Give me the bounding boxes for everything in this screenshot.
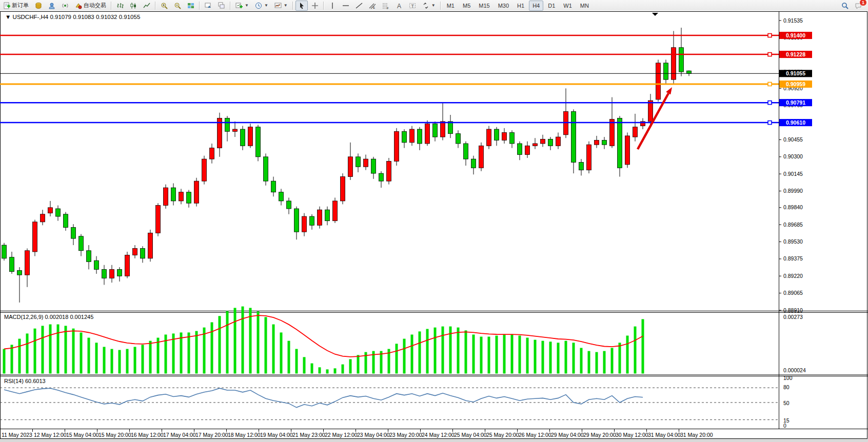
timeframe-m15-button[interactable]: M15 <box>475 1 493 11</box>
candle-body <box>664 63 668 79</box>
candle-body <box>210 148 214 159</box>
candle-body <box>364 159 368 167</box>
zoom-out-button[interactable] <box>171 1 184 11</box>
line-drag-handle[interactable] <box>768 34 772 37</box>
cursor-button[interactable] <box>295 1 308 11</box>
price-tick-label: 0.88910 <box>783 307 803 313</box>
notifications-button[interactable]: 1 <box>852 1 864 11</box>
macd-histogram-bar <box>580 348 583 374</box>
line-drag-handle[interactable] <box>768 82 772 86</box>
time-tick-label: 16 May 12:00 <box>131 432 164 438</box>
macd-histogram-bar <box>149 341 152 374</box>
macd-histogram-bar <box>472 334 475 373</box>
zoom-in-button[interactable] <box>158 1 170 11</box>
candle-body <box>571 112 576 163</box>
candle-body <box>25 251 30 275</box>
candle-body <box>687 71 692 73</box>
candle-body <box>141 248 145 258</box>
macd-histogram-bar <box>65 326 67 373</box>
line-drag-handle[interactable] <box>768 53 772 56</box>
macd-histogram-bar <box>342 365 344 374</box>
trendline-button[interactable] <box>353 1 365 11</box>
candle-body <box>448 122 453 134</box>
price-tick-label: 0.89530 <box>783 238 803 245</box>
equidistant-channel-button[interactable]: E <box>366 1 379 11</box>
candle-body <box>556 137 561 146</box>
timeframe-m5-button[interactable]: M5 <box>459 1 474 11</box>
templates-button[interactable]: ▼ <box>272 1 290 11</box>
market-watch-button[interactable] <box>46 1 58 11</box>
candle-body <box>510 132 515 144</box>
timeframe-h1-button[interactable]: H1 <box>514 1 528 11</box>
timeframe-m30-button[interactable]: M30 <box>495 1 512 11</box>
candle-body <box>179 192 184 201</box>
macd-histogram-bar <box>126 349 129 374</box>
macd-histogram-bar <box>488 337 490 374</box>
arrows-button[interactable]: ▼ <box>420 1 438 11</box>
macd-histogram-bar <box>242 307 244 374</box>
candle-body <box>148 233 153 258</box>
candle-body <box>625 136 630 165</box>
fibonacci-button[interactable]: F <box>380 1 392 11</box>
tile-windows-button[interactable] <box>185 1 197 11</box>
signals-button[interactable] <box>59 1 71 11</box>
trendline-icon <box>356 2 363 9</box>
candlestick-chart-button[interactable] <box>127 1 140 11</box>
chevron-down-icon: ▼ <box>284 3 288 8</box>
tile-windows-icon <box>187 2 194 9</box>
candle-body <box>595 140 599 145</box>
macd-histogram-bar <box>349 359 352 373</box>
timeframe-mn-button[interactable]: MN <box>577 1 593 11</box>
candle-body <box>241 129 245 146</box>
candle-body <box>33 222 37 252</box>
candle-body <box>110 269 114 278</box>
horizontal-line-icon <box>342 2 349 9</box>
vertical-line-button[interactable] <box>326 1 339 11</box>
macd-histogram-bar <box>611 348 614 374</box>
candle-body <box>79 236 84 251</box>
timeframe-d1-button[interactable]: D1 <box>544 1 559 11</box>
candle-body <box>302 216 307 232</box>
profile-button[interactable] <box>32 1 45 11</box>
search-button[interactable] <box>839 1 851 11</box>
horizontal-line-button[interactable] <box>340 1 352 11</box>
main-toolbar: 新订单自动交易▼▼▼EFAT▼M1M5M15M30H1H4D1W1MN1 <box>0 0 868 11</box>
auto-trading-button[interactable]: 自动交易 <box>72 1 109 11</box>
price-badge-label: 0.91228 <box>786 51 805 57</box>
bar-chart-button[interactable] <box>114 1 126 11</box>
crosshair-button[interactable] <box>309 1 321 11</box>
candle-body <box>71 228 76 239</box>
candle-body <box>487 129 491 146</box>
line-chart-button[interactable] <box>141 1 153 11</box>
cascade-button[interactable] <box>215 1 228 11</box>
macd-histogram-bar <box>426 329 429 374</box>
rsi-axis-label: 100 <box>783 375 793 381</box>
candle-body <box>464 144 468 159</box>
auto-arrange-button[interactable] <box>202 1 214 11</box>
line-drag-handle[interactable] <box>768 101 772 105</box>
price-tick-label: 0.90145 <box>783 171 803 177</box>
macd-histogram-bar <box>642 319 644 373</box>
candle-body <box>394 131 399 161</box>
timeframe-h4-button[interactable]: H4 <box>529 1 543 11</box>
timeframe-m1-button[interactable]: M1 <box>443 1 458 11</box>
time-tick-label: 31 May 20:00 <box>680 432 713 438</box>
text-label-button[interactable]: T <box>406 1 419 11</box>
text-button[interactable]: A <box>393 1 405 11</box>
candle-body <box>56 209 61 216</box>
time-tick-label: 22 May 12:00 <box>325 432 358 438</box>
macd-histogram-bar <box>95 343 98 373</box>
time-tick-label: 15 May 20:00 <box>98 432 131 438</box>
timeframe-w1-button[interactable]: W1 <box>560 1 576 11</box>
indicators-button[interactable]: ▼ <box>233 1 251 11</box>
chart-window: 0.915350.913800.912250.910700.909200.907… <box>0 11 868 442</box>
candle-body <box>441 122 445 137</box>
new-order-button[interactable]: 新订单 <box>1 1 31 11</box>
macd-histogram-bar <box>265 317 267 373</box>
candle-body <box>94 260 99 269</box>
toolbar-separator <box>230 2 231 10</box>
price-badge-label: 0.90610 <box>786 119 805 126</box>
periods-button[interactable]: ▼ <box>252 1 271 11</box>
line-drag-handle[interactable] <box>768 121 772 125</box>
macd-histogram-bar <box>3 349 6 374</box>
